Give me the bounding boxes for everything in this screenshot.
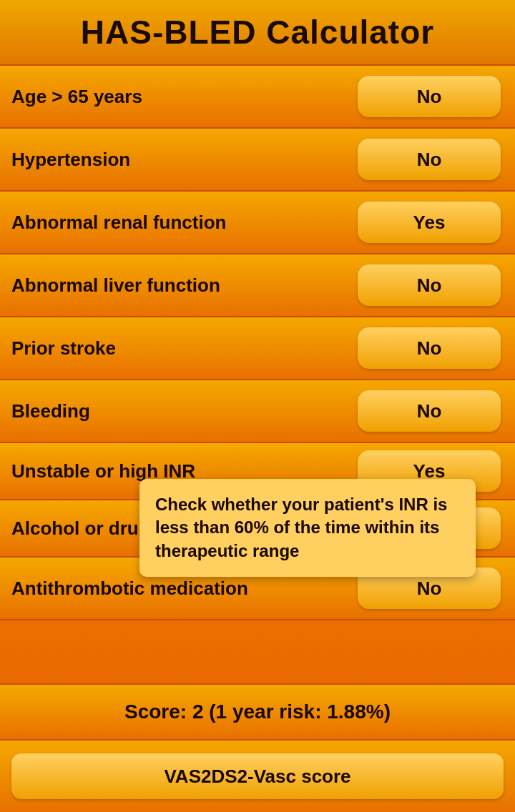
row-antithrombotic-label: Antithrombotic medication xyxy=(11,578,248,600)
score-label: Score: 2 (1 year risk: 1.88%) xyxy=(124,700,391,723)
row-hypertension-button[interactable]: No xyxy=(358,139,501,180)
row-hypertension: Hypertension No xyxy=(0,129,515,192)
row-renal-label: Abnormal renal function xyxy=(11,212,226,234)
row-age: Age > 65 years No xyxy=(0,66,515,129)
row-stroke-label: Prior stroke xyxy=(11,337,116,360)
row-age-button[interactable]: No xyxy=(358,76,501,117)
row-bleeding-label: Bleeding xyxy=(11,400,90,422)
vas2ds2-button[interactable]: VAS2DS2-Vasc score xyxy=(11,753,504,799)
row-bleeding: Bleeding No xyxy=(0,380,515,443)
rows-container: Age > 65 years No Hypertension No Abnorm… xyxy=(0,66,515,683)
row-hypertension-label-cell: Hypertension xyxy=(0,129,343,190)
row-hypertension-label: Hypertension xyxy=(11,149,130,171)
score-section: Score: 2 (1 year risk: 1.88%) xyxy=(0,683,515,741)
row-renal: Abnormal renal function Yes xyxy=(0,192,515,254)
bottom-button-section: VAS2DS2-Vasc score xyxy=(0,741,515,812)
row-renal-button[interactable]: Yes xyxy=(358,202,501,243)
row-liver: Abnormal liver function No xyxy=(0,254,515,317)
row-bleeding-value-cell: No xyxy=(343,380,515,442)
row-renal-label-cell: Abnormal renal function xyxy=(0,192,343,253)
row-age-label-cell: Age > 65 years xyxy=(0,66,343,127)
row-age-label: Age > 65 years xyxy=(11,86,142,108)
row-stroke: Prior stroke No xyxy=(0,317,515,380)
tooltip-text: Check whether your patient's INR is less… xyxy=(155,495,447,560)
app-title: HAS-BLED Calculator xyxy=(81,14,434,51)
row-bleeding-button[interactable]: No xyxy=(358,390,501,432)
row-stroke-value-cell: No xyxy=(343,317,515,379)
row-hypertension-value-cell: No xyxy=(343,129,515,190)
row-stroke-button[interactable]: No xyxy=(358,327,501,369)
row-liver-label-cell: Abnormal liver function xyxy=(0,254,343,316)
row-renal-value-cell: Yes xyxy=(343,192,515,253)
row-liver-value-cell: No xyxy=(343,254,515,316)
app-container: HAS-BLED Calculator Age > 65 years No Hy… xyxy=(0,0,515,812)
row-stroke-label-cell: Prior stroke xyxy=(0,317,343,379)
row-liver-button[interactable]: No xyxy=(358,264,501,306)
inr-tooltip: Check whether your patient's INR is less… xyxy=(139,479,476,577)
row-age-value-cell: No xyxy=(343,66,515,127)
header: HAS-BLED Calculator xyxy=(0,0,515,66)
row-liver-label: Abnormal liver function xyxy=(11,274,220,297)
row-bleeding-label-cell: Bleeding xyxy=(0,380,343,442)
